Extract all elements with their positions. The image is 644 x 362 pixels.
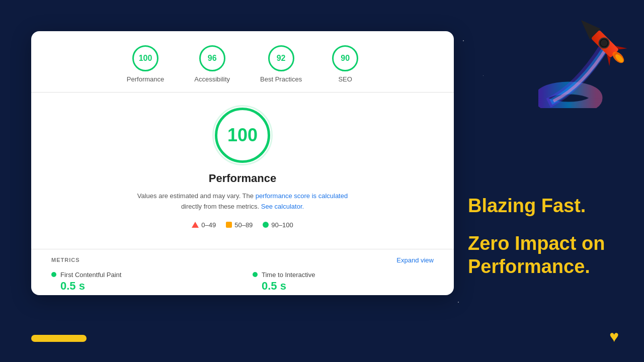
legend-green: 90–100 bbox=[263, 221, 293, 229]
tab-seo[interactable]: 90 SEO bbox=[332, 45, 358, 83]
score-legend: 0–49 50–89 90–100 bbox=[192, 221, 293, 229]
metric-fcp: First Contentful Paint 0.5 s bbox=[51, 271, 232, 293]
rocket-icon bbox=[538, 8, 629, 108]
main-content: 100 Performance Values are estimated and… bbox=[31, 93, 454, 239]
metrics-label: METRICS bbox=[51, 257, 80, 263]
performance-description: Values are estimated and may vary. The p… bbox=[137, 191, 348, 212]
tab-best-practices[interactable]: 92 Best Practices bbox=[260, 45, 302, 83]
legend-red: 0–49 bbox=[192, 221, 216, 229]
green-icon bbox=[263, 222, 269, 228]
fcp-label: First Contentful Paint bbox=[60, 271, 121, 279]
fcp-name-row: First Contentful Paint bbox=[51, 271, 232, 279]
tti-status-dot bbox=[253, 272, 258, 277]
performance-score: 100 bbox=[139, 54, 152, 63]
tab-accessibility[interactable]: 96 Accessibility bbox=[194, 45, 230, 83]
metrics-header: METRICS Expand view bbox=[51, 256, 434, 264]
orange-range: 50–89 bbox=[234, 221, 253, 229]
best-practices-score: 92 bbox=[277, 54, 286, 63]
lighthouse-card: 100 Performance 96 Accessibility 92 Best… bbox=[31, 31, 454, 295]
main-performance-title: Performance bbox=[209, 172, 277, 185]
bottom-progress-bar bbox=[31, 335, 87, 342]
zero-impact-text: Zero Impact on Performance. bbox=[468, 232, 619, 278]
calculator-link[interactable]: See calculator. bbox=[261, 203, 304, 210]
orange-icon bbox=[226, 222, 232, 228]
right-text: Blazing Fast. Zero Impact on Performance… bbox=[468, 195, 619, 279]
expand-view-button[interactable]: Expand view bbox=[396, 256, 434, 264]
tti-name-row: Time to Interactive bbox=[253, 271, 434, 279]
tti-label: Time to Interactive bbox=[262, 271, 315, 279]
performance-label: Performance bbox=[127, 75, 164, 83]
fcp-status-dot bbox=[51, 272, 56, 277]
red-icon bbox=[192, 222, 199, 228]
perf-score-link[interactable]: performance score is calculated bbox=[256, 192, 348, 200]
performance-circle: 100 bbox=[132, 45, 158, 71]
score-tabs: 100 Performance 96 Accessibility 92 Best… bbox=[31, 31, 454, 93]
heart-icon: ♥ bbox=[609, 327, 619, 346]
seo-circle: 90 bbox=[332, 45, 358, 71]
zero-impact-line2: Performance. bbox=[468, 256, 590, 277]
best-practices-label: Best Practices bbox=[260, 75, 302, 83]
green-range: 90–100 bbox=[271, 221, 293, 229]
tti-value: 0.5 s bbox=[262, 280, 434, 293]
metric-tti: Time to Interactive 0.5 s bbox=[253, 271, 434, 293]
best-practices-circle: 92 bbox=[268, 45, 294, 71]
accessibility-label: Accessibility bbox=[194, 75, 230, 83]
fcp-value: 0.5 s bbox=[60, 280, 232, 293]
accessibility-circle: 96 bbox=[199, 45, 225, 71]
zero-impact-line1: Zero Impact on bbox=[468, 233, 605, 254]
desc-text1: Values are estimated and may vary. The bbox=[137, 192, 254, 200]
seo-label: SEO bbox=[338, 75, 352, 83]
seo-score: 90 bbox=[341, 54, 350, 63]
main-score-circle: 100 bbox=[215, 108, 270, 163]
metrics-grid: First Contentful Paint 0.5 s Time to Int… bbox=[51, 271, 434, 295]
main-score-value: 100 bbox=[227, 125, 258, 146]
metrics-section: METRICS Expand view First Contentful Pai… bbox=[31, 249, 454, 295]
tab-performance[interactable]: 100 Performance bbox=[127, 45, 164, 83]
right-panel: Blazing Fast. Zero Impact on Performance… bbox=[453, 0, 644, 362]
rocket-container bbox=[538, 8, 629, 108]
red-range: 0–49 bbox=[201, 221, 216, 229]
blazing-fast-text: Blazing Fast. bbox=[468, 195, 619, 218]
legend-orange: 50–89 bbox=[226, 221, 253, 229]
desc-text2: directly from these metrics. bbox=[181, 203, 259, 210]
svg-marker-6 bbox=[615, 41, 627, 53]
accessibility-score: 96 bbox=[208, 54, 217, 63]
